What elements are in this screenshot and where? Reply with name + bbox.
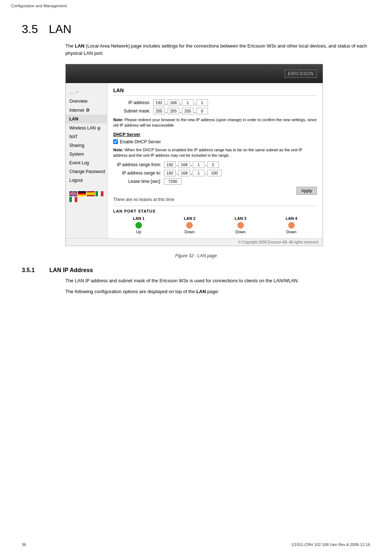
range-from-dot-1: . [176,162,178,167]
ip-dot-3: . [194,100,196,106]
ip-octet-3[interactable] [182,99,193,106]
enable-dhcp-checkbox[interactable] [113,139,118,144]
dhcp-note-text: When the DHCP Server is enabled the IP a… [113,148,302,157]
apply-row: Apply [113,187,317,195]
subsection-title: LAN IP Address [49,267,93,274]
nav-label-system: System [69,152,84,157]
lan3-label: LAN 3 [235,216,246,221]
subnet-octet-4[interactable] [196,108,208,114]
subsection-para-1: The LAN IP address and subnet mask of th… [65,277,370,285]
subsection-body: The LAN IP address and subnet mask of th… [65,277,370,296]
nav-item-sharing[interactable]: Sharing [66,141,107,150]
nav-label-overview: Overview [69,99,87,104]
range-to-octet-3[interactable] [193,170,204,176]
ip-octet-2[interactable] [168,99,179,106]
page-wrapper: Configuration and Management 3.5 LAN The… [0,0,392,554]
enable-dhcp-label: Enable DHCP Server [120,139,161,144]
nav-item-internet[interactable]: Internet ⚙ [66,106,107,115]
svg-rect-8 [69,193,77,194]
nav-item-overview[interactable]: Overview [66,97,107,106]
nav-item-system[interactable]: System [66,150,107,159]
lan4-dot [288,222,295,229]
ip-dot-1: . [166,100,167,106]
svg-rect-10 [78,193,86,195]
lan4-label: LAN 4 [286,216,297,221]
range-to-octet-4[interactable] [207,170,222,176]
ip-address-label: IP address: [113,100,153,105]
flag-italy[interactable] [95,191,103,196]
subnet-mask-input-group: . . . [153,108,208,114]
ip-range-from-row: IP address range from: . . . [113,161,317,168]
footer-page-number: 36 [22,542,26,547]
nav-arrow: …→ [66,87,107,97]
subsection-number: 3.5.1 [22,267,44,274]
lan2-status: Down [184,230,195,234]
footer-doc-reference: 1/1551-CRH 102 168 Uen Rev A 2008-12-16 [291,542,370,547]
subnet-dot-1: . [166,108,167,114]
nav-item-lan[interactable]: LAN [66,115,107,123]
lease-time-input[interactable] [164,178,181,185]
main-content: 3.5 LAN The LAN (Local Area Network) pag… [0,12,392,317]
subsection-heading: 3.5.1 LAN IP Address [22,267,370,274]
lease-time-label: Lease time [sec]: [113,179,164,184]
nav-item-nat[interactable]: NAT [66,132,107,141]
lan3-status: Down [236,230,246,234]
nav-item-change-password[interactable]: Change Password [66,167,107,176]
flag-uk[interactable] [69,191,77,196]
range-from-octet-4[interactable] [207,161,219,168]
nav-label-event-log: Event Log [69,160,89,165]
lan1-status: Up [136,230,141,234]
router-main-panel: LAN IP address: . . . [107,83,323,238]
ip-octet-1[interactable] [153,99,165,106]
nav-label-sharing: Sharing [69,143,84,148]
subnet-octet-2[interactable] [168,108,179,114]
flag-spain[interactable] [87,191,95,196]
subnet-octet-1[interactable] [153,108,165,114]
ip-octet-4[interactable] [196,99,208,106]
lan1-label: LAN 1 [133,216,144,221]
breadcrumb: Configuration and Management [0,0,392,12]
range-from-octet-2[interactable] [179,161,190,168]
figure-caption: Figure 32 - LAN page [22,253,370,258]
lan-port-3: LAN 3 Down [215,216,266,234]
svg-rect-11 [78,194,86,196]
apply-button[interactable]: Apply [297,187,317,195]
section-intro: The LAN (Local Area Network) page includ… [65,42,370,57]
range-to-octet-1[interactable] [164,170,176,176]
note-redirect-text: Please redirect your browser to the new … [113,118,317,127]
lease-time-row: Lease time [sec]: [113,178,317,185]
dhcp-server-title: DHCP Server [113,132,317,137]
ip-range-from-input-group: . . . [164,161,219,168]
copyright-text: © Copyright 2008 Ericsson AB. All rights… [238,240,319,244]
nav-item-wireless-lan[interactable]: Wireless LAN ψ [66,123,107,132]
router-nav: …→ Overview Internet ⚙ LAN Wireless LAN … [66,83,107,238]
range-from-dot-3: . [205,162,207,167]
subsection-3-5-1: 3.5.1 LAN IP Address The LAN IP address … [22,267,370,296]
flag-germany[interactable] [78,191,86,196]
nav-item-logout[interactable]: Logout [66,176,107,185]
range-from-dot-2: . [191,162,192,167]
nav-label-logout: Logout [69,178,83,183]
range-to-dot-1: . [176,170,178,176]
nav-label-wireless-lan: Wireless LAN [69,126,96,131]
ip-range-to-input-group: . . . [164,170,222,176]
dhcp-note: Note: When the DHCP Server is enabled th… [113,147,317,159]
ip-address-input-group: . . . [153,99,208,106]
svg-rect-17 [69,197,72,202]
ip-range-to-row: IP address range to: . . . [113,170,317,176]
nav-item-event-log[interactable]: Event Log [66,159,107,167]
range-from-octet-1[interactable] [164,161,176,168]
flag-italy-2[interactable] [69,197,77,202]
router-header: ERICSSON [66,64,323,83]
lan3-dot [237,222,244,229]
subnet-dot-2: . [180,108,181,114]
breadcrumb-text: Configuration and Management [11,4,67,8]
svg-rect-13 [87,192,95,195]
subnet-octet-3[interactable] [182,108,193,114]
lan-port-4: LAN 4 Down [266,216,317,234]
lan4-status: Down [286,230,297,234]
ericsson-logo: ERICSSON [285,70,317,78]
range-from-octet-3[interactable] [193,161,204,168]
range-to-octet-2[interactable] [179,170,190,176]
lan-port-status-section: LAN PORT STATUS LAN 1 Up LAN 2 Down [113,206,317,234]
